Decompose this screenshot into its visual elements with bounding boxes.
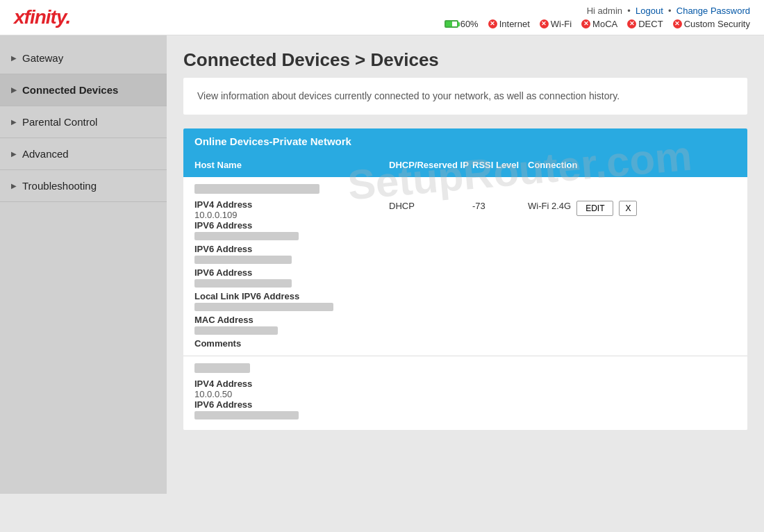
local-link-bar <box>194 303 333 311</box>
status-bar: 60% ✕ Internet ✕ Wi-Fi ✕ MoCA ✕ DECT ✕ C… <box>445 19 750 29</box>
mac-label: MAC Address <box>194 315 389 325</box>
ipv6-label3: IPV6 Address <box>194 267 389 278</box>
sidebar-item-label: Troubleshooting <box>22 180 97 192</box>
ipv4-label: IPV4 Address <box>194 199 389 210</box>
device-row: IPV4 Address 10.0.0.50 IPV6 Address <box>183 356 747 430</box>
device-dhcp: DHCP <box>389 199 472 211</box>
col-header-connection: Connection <box>528 160 736 170</box>
body-layout: ▶ Gateway ▶ Connected Devices ▶ Parental… <box>0 35 764 494</box>
sidebar-item-parental-control[interactable]: ▶ Parental Control <box>0 106 167 138</box>
devices-table: Online Devices-Private Network Host Name… <box>183 128 747 430</box>
device-details: IPV4 Address 10.0.0.50 IPV6 Address <box>194 379 736 423</box>
edit-button[interactable]: EDIT <box>576 201 613 216</box>
connection-label: Wi-Fi 2.4G <box>528 201 571 211</box>
device-info: IPV4 Address 10.0.0.109 IPV6 Address IPV… <box>194 199 389 349</box>
battery-icon <box>445 20 458 28</box>
col-header-rssi: RSSI Level <box>472 160 528 170</box>
comments-label: Comments <box>194 338 389 349</box>
ipv4-value: 10.0.0.109 <box>194 210 389 220</box>
moca-status: ✕ MoCA <box>581 19 617 29</box>
change-password-link[interactable]: Change Password <box>676 6 750 16</box>
sidebar-item-label: Parental Control <box>22 116 97 128</box>
logout-link[interactable]: Logout <box>636 6 663 16</box>
wifi-error-icon: ✕ <box>540 19 549 28</box>
wifi-status: ✕ Wi-Fi <box>540 19 572 29</box>
sidebar-item-gateway[interactable]: ▶ Gateway <box>0 42 167 74</box>
sidebar-item-advanced[interactable]: ▶ Advanced <box>0 138 167 170</box>
ipv6-bar <box>194 232 299 240</box>
mac-bar <box>194 326 278 335</box>
device-name-bar <box>194 363 250 373</box>
greeting-text: Hi admin <box>587 6 622 16</box>
description-box: View information about devices currently… <box>183 78 747 115</box>
ipv6-bar2 <box>194 256 292 264</box>
arrow-icon: ▶ <box>11 118 17 126</box>
xfinity-logo: xfinity. <box>14 6 70 28</box>
device-info: IPV4 Address 10.0.0.50 IPV6 Address <box>194 379 389 423</box>
ipv6-bar <box>194 411 299 419</box>
col-header-dhcp: DHCP/Reserved IP <box>389 160 472 170</box>
arrow-icon: ▶ <box>11 182 17 190</box>
ipv6-bar3 <box>194 279 292 288</box>
sidebar-item-label: Advanced <box>22 148 69 160</box>
device-rssi: -73 <box>472 199 528 211</box>
sidebar: ▶ Gateway ▶ Connected Devices ▶ Parental… <box>0 35 167 494</box>
sidebar-item-label: Connected Devices <box>22 84 118 96</box>
ipv6-label: IPV6 Address <box>194 399 389 410</box>
user-info: Hi admin • Logout • Change Password <box>587 6 750 16</box>
delete-button[interactable]: X <box>619 201 637 216</box>
custom-security-status: ✕ Custom Security <box>673 19 750 29</box>
main-content: SetupRouter.com Connected Devices > Devi… <box>167 35 764 494</box>
table-section-title: Online Devices-Private Network <box>183 128 747 154</box>
ipv4-label: IPV4 Address <box>194 379 389 389</box>
ipv6-label2: IPV6 Address <box>194 244 389 254</box>
col-header-hostname: Host Name <box>194 160 389 170</box>
wifi-label: Wi-Fi <box>551 19 572 29</box>
internet-error-icon: ✕ <box>488 19 497 28</box>
header: xfinity. Hi admin • Logout • Change Pass… <box>0 0 764 35</box>
device-name-bar <box>194 184 319 194</box>
device-row: IPV4 Address 10.0.0.109 IPV6 Address IPV… <box>183 177 747 356</box>
arrow-icon: ▶ <box>11 54 17 62</box>
dect-label: DECT <box>638 19 663 29</box>
internet-label: Internet <box>499 19 530 29</box>
internet-status: ✕ Internet <box>488 19 530 29</box>
local-link-label: Local Link IPV6 Address <box>194 291 389 301</box>
ipv4-value: 10.0.0.50 <box>194 389 389 399</box>
custom-security-label: Custom Security <box>684 19 750 29</box>
sidebar-item-label: Gateway <box>22 52 63 64</box>
device-details: IPV4 Address 10.0.0.109 IPV6 Address IPV… <box>194 199 736 349</box>
battery-pct: 60% <box>460 19 479 29</box>
ipv6-label: IPV6 Address <box>194 220 389 231</box>
device-connection: Wi-Fi 2.4G EDIT X <box>528 199 736 216</box>
dect-status: ✕ DECT <box>627 19 663 29</box>
sidebar-item-connected-devices[interactable]: ▶ Connected Devices <box>0 74 167 106</box>
header-right: Hi admin • Logout • Change Password 60% … <box>445 6 750 29</box>
battery-status: 60% <box>445 19 479 29</box>
page-title: Connected Devices > Devices <box>183 49 747 71</box>
moca-label: MoCA <box>592 19 617 29</box>
table-column-headers: Host Name DHCP/Reserved IP RSSI Level Co… <box>183 154 747 177</box>
description-text: View information about devices currently… <box>197 90 620 101</box>
arrow-icon: ▶ <box>11 86 17 94</box>
sidebar-item-troubleshooting[interactable]: ▶ Troubleshooting <box>0 170 167 202</box>
custom-security-error-icon: ✕ <box>673 19 682 28</box>
dect-error-icon: ✕ <box>627 19 636 28</box>
logo-area: xfinity. <box>14 6 70 28</box>
moca-error-icon: ✕ <box>581 19 590 28</box>
arrow-icon: ▶ <box>11 150 17 158</box>
